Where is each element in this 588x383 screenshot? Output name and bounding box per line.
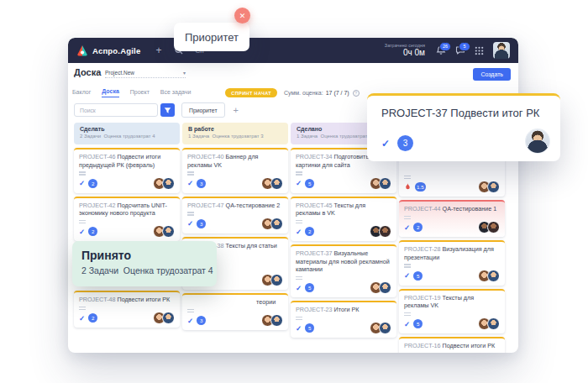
assignee-avatars [156,177,175,190]
task-card[interactable]: PROJECT-42Подсчитать UNIT-экономику ново… [74,197,180,242]
task-footer: ✓ 5 [404,318,500,329]
check-icon: ✓ [296,228,302,236]
avatar-man [379,322,391,334]
avatar-man [162,177,175,190]
add-icon[interactable]: + [155,45,161,55]
description-icon [404,176,500,180]
task-code: PROJECT-46 [79,153,116,160]
messages-icon[interactable]: 5 [455,45,465,55]
task-title: PROJECT-40Баннер для рекламы VK [187,153,283,169]
search-input[interactable] [74,103,158,117]
apps-grid-icon[interactable] [475,46,484,55]
estimate-badge: 3 [197,219,206,228]
task-code: PROJECT-23 [296,306,333,313]
estimate-badge: 3 [197,179,206,188]
tab-board[interactable]: Доска [102,88,119,97]
time-tracked-value: 0ч 0м [385,48,425,58]
assignee-avatars [373,177,391,190]
check-icon: ✓ [187,219,193,228]
task-title: PROJECT-23Итоги РК [296,306,391,314]
tab-project[interactable]: Проект [130,89,150,97]
estimate-badge: 2 [88,179,97,188]
task-card[interactable]: PROJECT-16Подвести итоги РК ✓ [399,337,505,353]
description-icon [404,216,500,220]
task-code: PROJECT-44 [404,205,441,212]
board-column: В работе 1 Задача Оценка трудозатрат 3 P… [182,123,288,353]
column-header: В работе 1 Задача Оценка трудозатрат 3 [182,123,288,144]
check-icon: ✓ [187,179,193,187]
check-icon: ✓ [296,324,302,333]
task-title: PROJECT-46Подвести итоги предыдущей РК (… [79,153,175,169]
task-card[interactable]: PROJECT-40Баннер для рекламы VK ✓ 3 [182,148,288,193]
task-card-callout[interactable]: PROJECT-37 Подвести итог РК ✓ 3 [367,93,560,161]
fire-icon [404,182,412,192]
task-card[interactable]: PROJECT-28Визуализация для презентации ✓… [399,240,505,286]
check-icon: ✓ [404,320,410,328]
assignee-avatars [373,322,391,334]
task-card[interactable]: теории ✓ 3 [182,293,288,330]
check-icon: ✓ [79,179,85,187]
assignee-avatars [265,274,283,286]
task-card[interactable]: PROJECT-37Визуальные материалы для новой… [291,244,396,297]
description-icon [79,307,175,311]
description-icon [296,276,391,281]
priority-filter-chip[interactable]: Приоритет [181,102,225,118]
board-tabs: Баклог Доска Проект Все задачи СПРИНТ НА… [72,88,360,97]
task-title-text: теории [256,298,276,306]
add-filter-icon[interactable]: + [234,106,239,115]
column-header: Сделать 2 Задачи Оценка трудозатрат 4 [74,123,180,144]
task-code: PROJECT-16 [404,342,441,349]
create-button[interactable]: Создать [473,68,511,81]
assignee-avatars [265,314,283,327]
task-card[interactable]: PROJECT-19Тексты для рекламы VK ✓ 5 [399,289,505,334]
time-tracked: Затрачено сегодня 0ч 0м [385,43,425,59]
column-title: В работе [188,126,282,132]
task-title-text: QA-тестирование 2 [226,202,281,209]
funnel-icon [164,107,171,114]
task-footer: ✓ 5 [296,323,391,333]
close-icon[interactable]: ✕ [234,8,250,24]
sprint-status-badge: СПРИНТ НАЧАТ [225,88,277,97]
column-subtitle: 1 Задача Оценка трудозатрат 3 [188,134,282,139]
assignee-avatars [481,221,500,233]
aspro-logo-icon [76,45,88,56]
filter-row: Приоритет + [74,102,239,118]
user-avatar[interactable] [493,42,510,59]
task-card[interactable]: PROJECT-23Итоги РК ✓ 5 [291,301,396,338]
column-subtitle: 2 Задачи Оценка трудозатрат 4 [80,134,174,139]
tab-backlog[interactable]: Баклог [72,89,91,97]
task-code: PROJECT-47 [187,202,224,209]
task-card[interactable]: PROJECT-48Подвести итоги РК ✓ 2 [74,291,180,328]
task-card[interactable]: PROJECT-44QA-тестирование 1 ✓ 2 [399,200,505,237]
description-icon [187,309,283,313]
check-icon: ✓ [404,223,410,232]
task-card[interactable]: PROJECT-47QA-тестирование 2 ✓ 3 [182,197,288,233]
column-cards: PROJECT-34Подготовить тексты/картинки дл… [291,148,396,338]
description-icon [404,353,500,354]
task-title: PROJECT-48Подвести итоги РК [79,296,175,304]
description-icon [296,317,391,321]
project-selector[interactable]: Project.New ▾ [105,70,186,78]
avatar-man [379,281,391,294]
tab-all-tasks[interactable]: Все задачи [160,89,192,97]
column-cards: PROJECT-40Баннер для рекламы VK ✓ 3 PROJ… [182,148,288,330]
filter-button[interactable] [160,103,175,117]
info-icon[interactable]: ? [353,90,360,97]
task-title: теории [187,298,283,307]
notifications-bell-icon[interactable]: 26 [436,45,446,55]
task-footer: ✓ 5 [296,282,391,293]
estimate-badge: 3 [397,135,413,151]
task-card[interactable]: PROJECT-45Тексты для рекламы в VK ✓ 2 [291,197,396,242]
task-title: PROJECT-19Тексты для рекламы VK [404,294,500,310]
task-footer: ✓ 2 [79,178,175,189]
description-icon [79,220,175,224]
app-window: Аспро.Agile + Сп Затрачено сегодня 0ч 0м… [68,38,518,353]
task-card[interactable]: PROJECT-46Подвести итоги предыдущей РК (… [74,148,180,193]
avatar-man [487,181,500,193]
assignee-avatars [481,317,500,330]
page-title: Доска [74,67,101,77]
estimate-badge: 5 [413,271,423,281]
assignee-avatars [265,177,283,190]
top-navbar: Аспро.Agile + Сп Затрачено сегодня 0ч 0м… [68,38,518,63]
task-code: PROJECT-37 [296,249,333,257]
